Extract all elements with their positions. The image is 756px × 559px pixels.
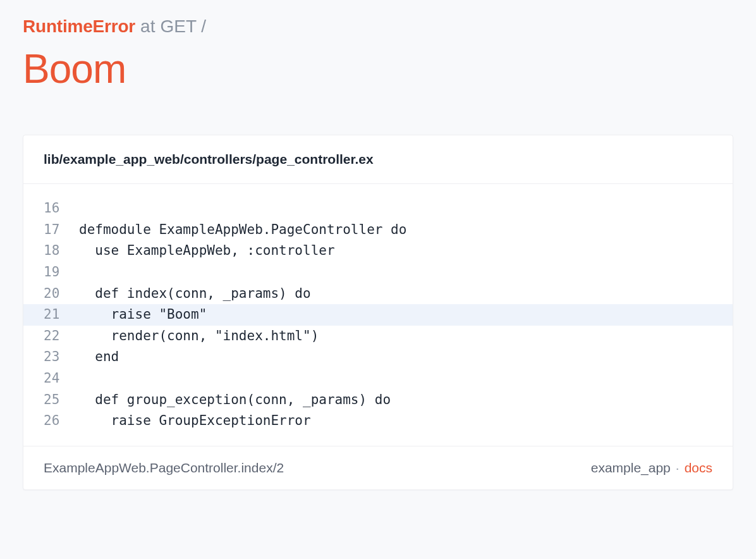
line-number: 26 bbox=[44, 410, 79, 432]
source-line: 22 render(conn, "index.html") bbox=[23, 326, 733, 347]
error-header: RuntimeError at GET / bbox=[23, 16, 733, 37]
line-source: raise "Boom" bbox=[79, 304, 207, 326]
line-number: 20 bbox=[44, 283, 79, 305]
docs-link[interactable]: docs bbox=[685, 460, 712, 476]
line-number: 23 bbox=[44, 347, 79, 368]
frame-app-name: example_app bbox=[591, 460, 671, 476]
source-line: 19 bbox=[23, 262, 733, 283]
stack-frame-card: lib/example_app_web/controllers/page_con… bbox=[23, 135, 733, 490]
line-source: def group_exception(conn, _params) do bbox=[79, 390, 391, 411]
error-class: RuntimeError bbox=[23, 16, 135, 37]
source-line: 24 bbox=[23, 368, 733, 390]
frame-file-path: lib/example_app_web/controllers/page_con… bbox=[23, 135, 733, 184]
source-line: 18 use ExampleAppWeb, :controller bbox=[23, 240, 733, 262]
line-number: 18 bbox=[44, 240, 79, 262]
source-line: 21 raise "Boom" bbox=[23, 304, 733, 326]
source-line: 16 bbox=[23, 198, 733, 219]
separator-dot: · bbox=[676, 460, 680, 476]
line-number: 25 bbox=[44, 390, 79, 411]
line-number: 24 bbox=[44, 368, 79, 390]
line-number: 21 bbox=[44, 304, 79, 326]
request-method-path: GET / bbox=[160, 16, 206, 37]
error-message: Boom bbox=[23, 48, 733, 90]
line-source: use ExampleAppWeb, :controller bbox=[79, 240, 335, 262]
frame-footer: ExampleAppWeb.PageController.index/2 exa… bbox=[23, 446, 733, 489]
line-number: 16 bbox=[44, 198, 79, 219]
source-line: 26 raise GroupExceptionError bbox=[23, 410, 733, 432]
source-line: 17defmodule ExampleAppWeb.PageController… bbox=[23, 219, 733, 241]
frame-meta: example_app · docs bbox=[591, 460, 712, 476]
source-line: 23 end bbox=[23, 347, 733, 368]
line-source: render(conn, "index.html") bbox=[79, 326, 319, 347]
at-label: at bbox=[140, 16, 155, 37]
line-source: raise GroupExceptionError bbox=[79, 410, 311, 432]
source-snippet: 1617defmodule ExampleAppWeb.PageControll… bbox=[23, 184, 733, 446]
source-line: 25 def group_exception(conn, _params) do bbox=[23, 390, 733, 411]
line-source: def index(conn, _params) do bbox=[79, 283, 311, 305]
line-number: 19 bbox=[44, 262, 79, 283]
line-source: defmodule ExampleAppWeb.PageController d… bbox=[79, 219, 406, 241]
frame-function: ExampleAppWeb.PageController.index/2 bbox=[44, 460, 284, 476]
line-number: 17 bbox=[44, 219, 79, 241]
line-number: 22 bbox=[44, 326, 79, 347]
line-source: end bbox=[79, 347, 119, 368]
error-page: RuntimeError at GET / Boom lib/example_a… bbox=[0, 0, 756, 513]
source-line: 20 def index(conn, _params) do bbox=[23, 283, 733, 305]
